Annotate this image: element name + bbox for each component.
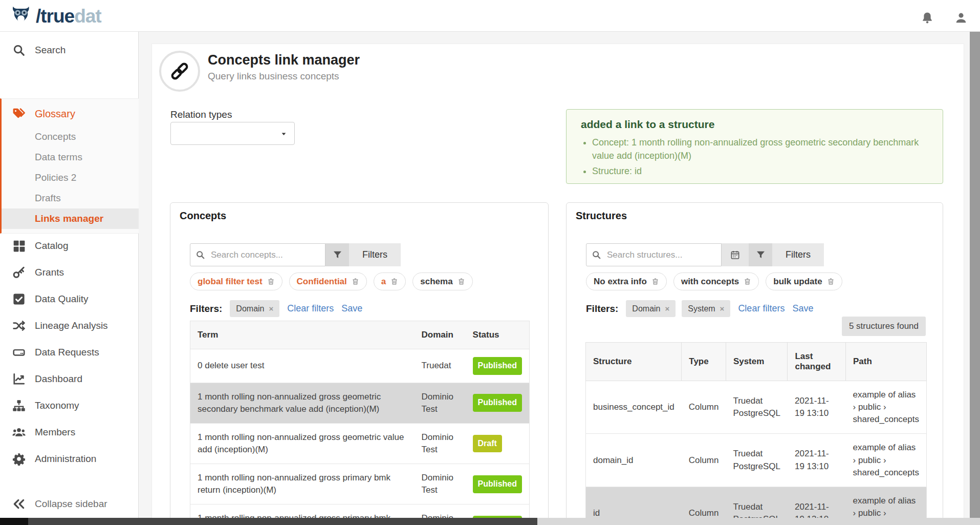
trash-icon[interactable]	[827, 278, 835, 285]
concepts-chip-schema[interactable]: schema	[412, 272, 472, 290]
column-header-last-changed: Last changed	[788, 343, 846, 381]
structure-path-cell: example of alias › public › shared_conce…	[846, 434, 927, 487]
page-title: Concepts link manager	[208, 52, 360, 68]
concepts-panel: Concepts Filters global filter testConfi…	[170, 202, 549, 525]
concepts-search-input[interactable]	[210, 249, 320, 261]
trash-icon[interactable]	[744, 278, 751, 285]
structure-row[interactable]: domain_idColumnTruedat PostgreSQL2021-11…	[586, 434, 927, 487]
column-header-type: Type	[682, 343, 726, 381]
concept-row[interactable]: 0 delete user testTruedatPublished	[190, 349, 530, 383]
trash-icon[interactable]	[651, 278, 659, 285]
link-icon	[159, 51, 200, 92]
structures-filter-funnel-button[interactable]	[749, 243, 772, 266]
concept-row[interactable]: 1 month rolling non-annualized gross pri…	[190, 464, 530, 505]
key-icon	[12, 266, 26, 279]
structures-results-badge: 5 structures found	[842, 317, 926, 336]
status-badge: Draft	[473, 435, 502, 453]
chart-icon	[12, 372, 26, 386]
trash-icon[interactable]	[352, 278, 359, 285]
logo-text: /truedat	[36, 7, 101, 26]
truedat-logo[interactable]: /truedat	[9, 4, 101, 28]
concepts-chip-a[interactable]: a	[374, 272, 406, 290]
sidebar-item-administration[interactable]: Administration	[0, 446, 139, 472]
structures-chip-no-extra-info[interactable]: No extra info	[586, 272, 667, 290]
sidebar-item-concepts[interactable]: Concepts	[2, 127, 139, 147]
trash-icon[interactable]	[390, 278, 398, 285]
collapse-sidebar-button[interactable]: Collapse sidebar	[0, 492, 139, 516]
concept-row[interactable]: 1 month rolling non-annualized gross geo…	[190, 383, 530, 423]
relation-types-select[interactable]	[170, 122, 295, 145]
shuffle-icon	[12, 319, 26, 332]
search-icon	[12, 44, 26, 57]
caret-down-icon	[279, 130, 288, 138]
horizontal-scrollbar-thumb[interactable]	[0, 518, 537, 525]
trash-icon[interactable]	[267, 278, 275, 285]
concepts-active-filters: Domain×	[230, 300, 279, 317]
remove-filter-icon[interactable]: ×	[720, 304, 725, 313]
column-header-path: Path	[846, 343, 927, 381]
sidebar-item-glossary[interactable]: Glossary	[2, 101, 139, 127]
concept-status-cell: Published	[466, 464, 530, 505]
sidebar-item-members[interactable]: Members	[0, 419, 139, 446]
sidebar-item-data-quality[interactable]: Data Quality	[0, 286, 139, 312]
chip-label: global filter test	[198, 277, 263, 287]
concepts-clear-filters-link[interactable]: Clear filters	[287, 303, 334, 314]
concept-domain-cell: Dominio Test	[415, 383, 466, 423]
notification-list: Concept: 1 month rolling non-annualized …	[581, 136, 928, 178]
concepts-active-filter-domain[interactable]: Domain×	[230, 300, 279, 317]
sidebar-item-search[interactable]: Search	[0, 37, 138, 64]
remove-filter-icon[interactable]: ×	[665, 304, 670, 313]
column-header-domain: Domain	[415, 321, 466, 349]
notification-item: Structure: id	[592, 164, 928, 178]
structures-chip-with-concepts[interactable]: with concepts	[673, 272, 759, 290]
concepts-saved-filter-chips: global filter testConfidentialaschema	[190, 272, 473, 290]
sidebar-item-label: Data Quality	[35, 293, 89, 305]
structure-system-cell: Truedat PostgreSQL	[726, 381, 788, 434]
concepts-filters-button[interactable]: Filters	[349, 243, 401, 266]
structures-calendar-button[interactable]	[722, 243, 749, 266]
sidebar-item-catalog[interactable]: Catalog	[0, 233, 139, 259]
search-icon	[195, 250, 205, 260]
concepts-search-box	[190, 243, 325, 266]
sidebar-item-drafts[interactable]: Drafts	[2, 188, 139, 208]
status-badge: Published	[473, 357, 522, 375]
sidebar-item-label: Data Requests	[35, 347, 99, 358]
concepts-save-link[interactable]: Save	[341, 303, 362, 314]
users-icon	[12, 426, 26, 439]
user-account-icon[interactable]	[954, 11, 968, 25]
vertical-scrollbar[interactable]	[970, 32, 980, 518]
structures-active-filter-system[interactable]: System×	[682, 300, 730, 317]
sidebar-item-links-manager[interactable]: Links manager	[2, 208, 139, 229]
trash-icon[interactable]	[458, 278, 465, 285]
sidebar-item-taxonomy[interactable]: Taxonomy	[0, 392, 139, 419]
concept-domain-cell: Dominio Test	[415, 464, 466, 505]
concepts-chip-confidential[interactable]: Confidential	[289, 272, 367, 290]
structure-path-cell: example of alias › public › shared_conce…	[846, 381, 927, 434]
column-header-structure: Structure	[586, 343, 682, 381]
top-bar: /truedat	[0, 0, 980, 32]
remove-filter-icon[interactable]: ×	[269, 304, 274, 313]
structures-search-input[interactable]	[606, 249, 716, 261]
horizontal-scrollbar[interactable]	[0, 518, 980, 525]
concepts-panel-title: Concepts	[180, 210, 226, 222]
sidebar-item-policies-2[interactable]: Policies 2	[2, 167, 139, 188]
sidebar-item-data-requests[interactable]: Data Requests	[0, 339, 139, 366]
concept-row[interactable]: 1 month rolling non-annualized gross geo…	[190, 423, 530, 464]
sidebar-item-grants[interactable]: Grants	[0, 259, 139, 286]
structures-clear-filters-link[interactable]: Clear filters	[738, 303, 785, 314]
concepts-filter-funnel-button[interactable]	[325, 243, 349, 266]
concept-term-cell: 1 month rolling non-annualized gross pri…	[190, 464, 415, 505]
structures-filters-button[interactable]: Filters	[772, 243, 824, 266]
structures-active-filter-domain[interactable]: Domain×	[626, 300, 676, 317]
sidebar-item-label: Members	[35, 427, 75, 438]
sidebar-item-dashboard[interactable]: Dashboard	[0, 366, 139, 392]
status-badge: Published	[473, 475, 522, 493]
collapse-chevrons-icon	[12, 497, 26, 511]
sidebar-item-lineage-analysis[interactable]: Lineage Analysis	[0, 312, 139, 339]
notifications-bell-icon[interactable]	[921, 11, 934, 25]
structures-save-link[interactable]: Save	[792, 303, 813, 314]
structure-row[interactable]: business_concept_idColumnTruedat Postgre…	[586, 381, 927, 434]
sidebar-item-data-terms[interactable]: Data terms	[2, 147, 139, 167]
structures-chip-bulk-update[interactable]: bulk update	[766, 272, 842, 290]
concepts-chip-global-filter-test[interactable]: global filter test	[190, 272, 282, 290]
